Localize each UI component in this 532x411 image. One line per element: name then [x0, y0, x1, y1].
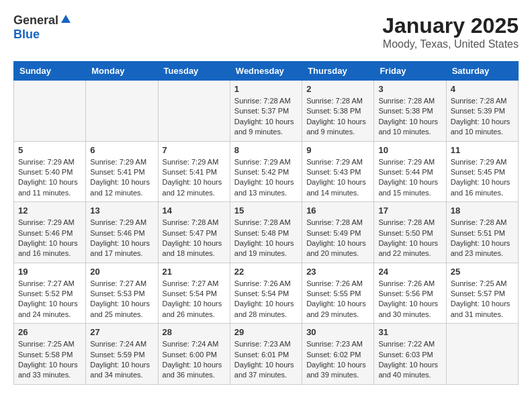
day-cell: 10Sunrise: 7:29 AM Sunset: 5:44 PM Dayli… [374, 141, 446, 202]
day-info: Sunrise: 7:29 AM Sunset: 5:45 PM Dayligh… [451, 157, 514, 199]
day-number: 8 [234, 145, 298, 155]
day-cell: 1Sunrise: 7:28 AM Sunset: 5:37 PM Daylig… [230, 81, 302, 142]
day-info: Sunrise: 7:28 AM Sunset: 5:49 PM Dayligh… [306, 218, 369, 259]
day-cell: 25Sunrise: 7:25 AM Sunset: 5:57 PM Dayli… [446, 263, 518, 324]
weekday-header-monday: Monday [86, 62, 158, 81]
day-info: Sunrise: 7:29 AM Sunset: 5:44 PM Dayligh… [378, 157, 441, 199]
day-info: Sunrise: 7:24 AM Sunset: 6:00 PM Dayligh… [163, 339, 226, 381]
day-cell: 23Sunrise: 7:26 AM Sunset: 5:55 PM Dayli… [302, 263, 374, 324]
day-info: Sunrise: 7:28 AM Sunset: 5:51 PM Dayligh… [451, 218, 514, 259]
week-row-1: 1Sunrise: 7:28 AM Sunset: 5:37 PM Daylig… [14, 81, 519, 142]
day-cell: 18Sunrise: 7:28 AM Sunset: 5:51 PM Dayli… [446, 202, 518, 263]
day-info: Sunrise: 7:28 AM Sunset: 5:39 PM Dayligh… [451, 96, 514, 138]
day-info: Sunrise: 7:23 AM Sunset: 6:02 PM Dayligh… [306, 339, 369, 381]
day-number: 19 [18, 267, 81, 277]
weekday-header-sunday: Sunday [14, 62, 86, 81]
day-cell: 9Sunrise: 7:29 AM Sunset: 5:43 PM Daylig… [302, 141, 374, 202]
logo: General Blue [13, 13, 72, 42]
day-cell: 7Sunrise: 7:29 AM Sunset: 5:41 PM Daylig… [158, 141, 230, 202]
day-info: Sunrise: 7:27 AM Sunset: 5:53 PM Dayligh… [90, 279, 153, 320]
day-cell: 30Sunrise: 7:23 AM Sunset: 6:02 PM Dayli… [302, 324, 374, 385]
day-cell: 29Sunrise: 7:23 AM Sunset: 6:01 PM Dayli… [230, 324, 302, 385]
calendar-subtitle: Moody, Texas, United States [382, 38, 519, 50]
day-cell: 17Sunrise: 7:28 AM Sunset: 5:50 PM Dayli… [374, 202, 446, 263]
day-number: 27 [90, 327, 153, 337]
calendar-table: SundayMondayTuesdayWednesdayThursdayFrid… [13, 61, 519, 385]
day-info: Sunrise: 7:28 AM Sunset: 5:37 PM Dayligh… [234, 96, 298, 138]
weekday-header-tuesday: Tuesday [158, 62, 230, 81]
day-cell: 13Sunrise: 7:29 AM Sunset: 5:46 PM Dayli… [86, 202, 158, 263]
day-cell: 6Sunrise: 7:29 AM Sunset: 5:41 PM Daylig… [86, 141, 158, 202]
day-cell: 20Sunrise: 7:27 AM Sunset: 5:53 PM Dayli… [86, 263, 158, 324]
day-number: 6 [90, 145, 153, 155]
day-info: Sunrise: 7:29 AM Sunset: 5:46 PM Dayligh… [90, 218, 153, 259]
day-number: 25 [451, 267, 514, 277]
day-number: 13 [90, 205, 153, 216]
day-cell: 27Sunrise: 7:24 AM Sunset: 5:59 PM Dayli… [86, 324, 158, 385]
day-info: Sunrise: 7:28 AM Sunset: 5:48 PM Dayligh… [234, 218, 298, 259]
calendar-title: January 2025 [382, 13, 519, 38]
title-block: January 2025 Moody, Texas, United States [382, 13, 519, 50]
day-number: 16 [306, 205, 369, 216]
weekday-header-friday: Friday [374, 62, 446, 81]
day-number: 31 [378, 327, 441, 337]
day-info: Sunrise: 7:26 AM Sunset: 5:56 PM Dayligh… [378, 279, 441, 320]
day-number: 21 [163, 267, 226, 277]
day-number: 15 [234, 205, 298, 216]
day-number: 5 [18, 145, 81, 155]
day-number: 28 [163, 327, 226, 337]
day-number: 2 [306, 84, 369, 94]
logo-icon [60, 13, 72, 26]
day-info: Sunrise: 7:25 AM Sunset: 5:58 PM Dayligh… [18, 339, 81, 381]
day-number: 20 [90, 267, 153, 277]
day-cell: 8Sunrise: 7:29 AM Sunset: 5:42 PM Daylig… [230, 141, 302, 202]
week-row-2: 5Sunrise: 7:29 AM Sunset: 5:40 PM Daylig… [14, 141, 519, 202]
day-number: 18 [451, 205, 514, 216]
day-info: Sunrise: 7:24 AM Sunset: 5:59 PM Dayligh… [90, 339, 153, 381]
day-info: Sunrise: 7:26 AM Sunset: 5:54 PM Dayligh… [234, 279, 298, 320]
day-number: 11 [451, 145, 514, 155]
day-number: 26 [18, 327, 81, 337]
day-cell [158, 81, 230, 142]
day-cell: 15Sunrise: 7:28 AM Sunset: 5:48 PM Dayli… [230, 202, 302, 263]
day-cell: 19Sunrise: 7:27 AM Sunset: 5:52 PM Dayli… [14, 263, 86, 324]
day-number: 22 [234, 267, 298, 277]
day-info: Sunrise: 7:29 AM Sunset: 5:40 PM Dayligh… [18, 157, 81, 199]
day-cell: 22Sunrise: 7:26 AM Sunset: 5:54 PM Dayli… [230, 263, 302, 324]
day-cell [446, 324, 518, 385]
weekday-header-row: SundayMondayTuesdayWednesdayThursdayFrid… [14, 62, 519, 81]
weekday-header-saturday: Saturday [446, 62, 518, 81]
day-number: 3 [378, 84, 441, 94]
day-cell: 11Sunrise: 7:29 AM Sunset: 5:45 PM Dayli… [446, 141, 518, 202]
day-info: Sunrise: 7:29 AM Sunset: 5:46 PM Dayligh… [18, 218, 81, 259]
day-cell: 16Sunrise: 7:28 AM Sunset: 5:49 PM Dayli… [302, 202, 374, 263]
day-info: Sunrise: 7:27 AM Sunset: 5:54 PM Dayligh… [163, 279, 226, 320]
day-info: Sunrise: 7:29 AM Sunset: 5:42 PM Dayligh… [234, 157, 298, 199]
day-cell [86, 81, 158, 142]
day-number: 23 [306, 267, 369, 277]
day-info: Sunrise: 7:28 AM Sunset: 5:38 PM Dayligh… [306, 96, 369, 138]
weekday-header-thursday: Thursday [302, 62, 374, 81]
day-cell: 3Sunrise: 7:28 AM Sunset: 5:38 PM Daylig… [374, 81, 446, 142]
day-info: Sunrise: 7:28 AM Sunset: 5:47 PM Dayligh… [163, 218, 226, 259]
day-cell: 21Sunrise: 7:27 AM Sunset: 5:54 PM Dayli… [158, 263, 230, 324]
day-number: 7 [163, 145, 226, 155]
day-number: 29 [234, 327, 298, 337]
day-info: Sunrise: 7:28 AM Sunset: 5:50 PM Dayligh… [378, 218, 441, 259]
logo-blue-text: Blue [13, 28, 40, 42]
day-cell [14, 81, 86, 142]
day-info: Sunrise: 7:22 AM Sunset: 6:03 PM Dayligh… [378, 339, 441, 381]
day-number: 17 [378, 205, 441, 216]
day-number: 12 [18, 205, 81, 216]
day-number: 14 [163, 205, 226, 216]
day-info: Sunrise: 7:28 AM Sunset: 5:38 PM Dayligh… [378, 96, 441, 138]
day-number: 1 [234, 84, 298, 94]
week-row-5: 26Sunrise: 7:25 AM Sunset: 5:58 PM Dayli… [14, 324, 519, 385]
day-cell: 31Sunrise: 7:22 AM Sunset: 6:03 PM Dayli… [374, 324, 446, 385]
day-number: 24 [378, 267, 441, 277]
day-number: 10 [378, 145, 441, 155]
day-info: Sunrise: 7:29 AM Sunset: 5:43 PM Dayligh… [306, 157, 369, 199]
day-cell: 2Sunrise: 7:28 AM Sunset: 5:38 PM Daylig… [302, 81, 374, 142]
day-info: Sunrise: 7:25 AM Sunset: 5:57 PM Dayligh… [451, 279, 514, 320]
day-info: Sunrise: 7:29 AM Sunset: 5:41 PM Dayligh… [90, 157, 153, 199]
